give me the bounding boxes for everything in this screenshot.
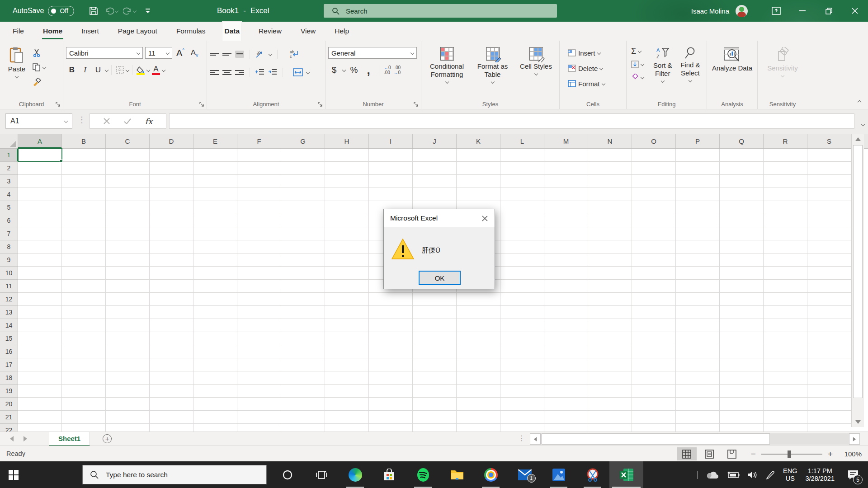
scroll-down-button[interactable] (852, 417, 864, 427)
volume-button[interactable] (748, 471, 758, 479)
grid-cell-S8[interactable] (807, 240, 851, 253)
grid-cell-E4[interactable] (193, 188, 237, 201)
grid-cell-G13[interactable] (281, 306, 325, 319)
grid-cell-G5[interactable] (281, 201, 325, 214)
grid-cell-H4[interactable] (325, 188, 369, 201)
grid-cell-S17[interactable] (807, 358, 851, 371)
accounting-dropdown-icon[interactable] (342, 68, 346, 72)
format-as-table-button[interactable]: Format as Table (471, 43, 514, 97)
cancel-entry-icon[interactable] (104, 118, 110, 124)
grid-cell-S6[interactable] (807, 214, 851, 227)
grid-cell-N2[interactable] (588, 162, 632, 175)
page-layout-view-button[interactable] (699, 447, 719, 460)
restore-button[interactable] (816, 0, 842, 22)
grid-cell-S9[interactable] (807, 253, 851, 267)
conditional-formatting-dropdown-icon[interactable] (445, 80, 448, 84)
row-header-6[interactable]: 6 (0, 214, 18, 227)
grid-cell-C9[interactable] (106, 253, 150, 267)
grid-cell-K17[interactable] (457, 358, 500, 371)
grid-cell-K20[interactable] (457, 398, 500, 411)
grid-cell-N21[interactable] (588, 411, 632, 424)
grid-cell-L21[interactable] (500, 411, 544, 424)
formula-bar-drag-handle[interactable]: ⋮ (78, 115, 86, 125)
grid-cell-C1[interactable] (106, 149, 150, 162)
cell-styles-button[interactable]: Cell Styles (517, 43, 556, 97)
grid-cell-Q7[interactable] (720, 227, 764, 240)
grid-cell-A15[interactable] (18, 332, 62, 345)
grid-cell-K14[interactable] (457, 319, 500, 332)
page-break-preview-button[interactable] (722, 447, 742, 460)
grid-cell-E3[interactable] (193, 175, 237, 188)
grid-cell-E1[interactable] (193, 149, 237, 162)
grid-cell-O12[interactable] (632, 293, 676, 306)
grid-cell-N20[interactable] (588, 398, 632, 411)
grid-cell-A2[interactable] (18, 162, 62, 175)
grid-cell-E8[interactable] (193, 240, 237, 253)
grid-cell-L12[interactable] (500, 293, 544, 306)
grid-cell-P18[interactable] (676, 371, 720, 385)
hscroll-drag-handle[interactable]: ⋮ (518, 434, 525, 442)
grid-cell-J22[interactable] (413, 424, 457, 432)
grid-cell-Q12[interactable] (720, 293, 764, 306)
row-header-1[interactable]: 1 (0, 149, 18, 162)
grid-cell-B20[interactable] (62, 398, 106, 411)
grid-cell-N8[interactable] (588, 240, 632, 253)
column-header-C[interactable]: C (106, 134, 150, 148)
start-button[interactable] (0, 461, 27, 488)
grid-cell-F20[interactable] (237, 398, 281, 411)
grid-cell-F11[interactable] (237, 280, 281, 293)
grid-cell-L4[interactable] (500, 188, 544, 201)
grid-cell-N7[interactable] (588, 227, 632, 240)
grid-cell-S15[interactable] (807, 332, 851, 345)
grid-cell-L7[interactable] (500, 227, 544, 240)
grid-cell-R6[interactable] (764, 214, 807, 227)
grid-cell-A22[interactable] (18, 424, 62, 432)
grid-cell-P17[interactable] (676, 358, 720, 371)
insert-cells-dropdown-icon[interactable] (597, 51, 600, 55)
grid-cell-K13[interactable] (457, 306, 500, 319)
grid-cell-L18[interactable] (500, 371, 544, 385)
grid-cell-C22[interactable] (106, 424, 150, 432)
grid-cell-Q14[interactable] (720, 319, 764, 332)
grid-cell-Q19[interactable] (720, 385, 764, 398)
grid-cell-M8[interactable] (544, 240, 588, 253)
grid-cell-E7[interactable] (193, 227, 237, 240)
grid-cell-E15[interactable] (193, 332, 237, 345)
hscroll-track[interactable] (541, 433, 849, 445)
grid-cell-G6[interactable] (281, 214, 325, 227)
format-as-table-dropdown-icon[interactable] (491, 80, 494, 84)
grid-cell-D8[interactable] (150, 240, 193, 253)
grid-cell-P3[interactable] (676, 175, 720, 188)
font-name-combo[interactable]: Calibri (66, 47, 143, 59)
grid-cell-J13[interactable] (413, 306, 457, 319)
avatar[interactable] (736, 5, 748, 17)
grid-cell-E11[interactable] (193, 280, 237, 293)
grid-cell-H16[interactable] (325, 345, 369, 358)
sensitivity-button[interactable]: Sensitivity (762, 43, 803, 97)
grid-cell-Q16[interactable] (720, 345, 764, 358)
top-align-button[interactable] (210, 51, 219, 58)
name-box-dropdown-icon[interactable] (64, 119, 68, 123)
grid-cell-P19[interactable] (676, 385, 720, 398)
grid-cell-D22[interactable] (150, 424, 193, 432)
format-cells-button[interactable]: Format (566, 78, 623, 89)
grid-cell-A13[interactable] (18, 306, 62, 319)
grid-cell-K22[interactable] (457, 424, 500, 432)
column-header-R[interactable]: R (764, 134, 807, 148)
grid-cell-M18[interactable] (544, 371, 588, 385)
tab-data[interactable]: Data (222, 22, 241, 41)
grid-cell-I21[interactable] (369, 411, 413, 424)
number-format-dropdown-icon[interactable] (410, 51, 414, 55)
formula-input[interactable] (169, 113, 854, 129)
tray-expand-button[interactable] (698, 471, 698, 479)
grid-cell-M16[interactable] (544, 345, 588, 358)
grid-cell-S2[interactable] (807, 162, 851, 175)
grid-cell-B16[interactable] (62, 345, 106, 358)
grid-cell-E21[interactable] (193, 411, 237, 424)
grid-cell-R10[interactable] (764, 267, 807, 280)
grid-cell-P10[interactable] (676, 267, 720, 280)
grid-cell-M10[interactable] (544, 267, 588, 280)
middle-align-button[interactable] (222, 51, 231, 58)
zoom-in-button[interactable]: + (828, 449, 833, 459)
grid-cell-L1[interactable] (500, 149, 544, 162)
